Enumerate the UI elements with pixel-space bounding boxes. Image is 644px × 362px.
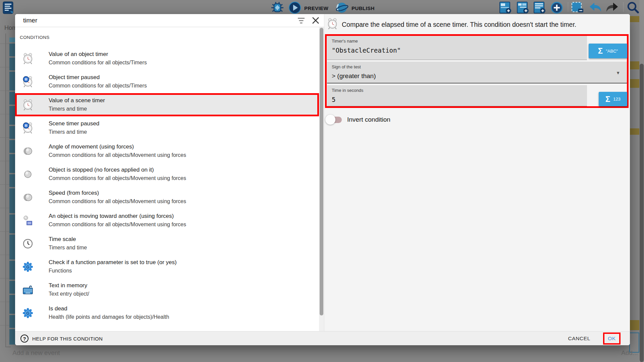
- event-block: [9, 58, 15, 70]
- instruction-editor-dialog: CONDITIONS Value of an object timerCommo…: [15, 14, 630, 345]
- event-tree-line: [5, 34, 6, 347]
- time-seconds-field[interactable]: Time in seconds 5: [327, 85, 587, 106]
- condition-item[interactable]: Angle of movement (using forces)Common c…: [15, 139, 319, 163]
- add-comment-icon[interactable]: [533, 1, 547, 15]
- add-button[interactable]: Add...: [621, 349, 638, 357]
- chevron-down-icon[interactable]: ▼: [616, 70, 620, 75]
- condition-parameters-panel: Compare the elapsed time of a scene time…: [324, 14, 630, 331]
- cancel-button[interactable]: CANCEL: [568, 331, 590, 345]
- add-circle-icon[interactable]: [550, 1, 564, 15]
- redo-icon[interactable]: [604, 2, 619, 15]
- condition-item[interactable]: Time scaleTimers and time: [15, 232, 319, 255]
- condition-item-selected[interactable]: Value of a scene timerTimers and time: [15, 93, 319, 116]
- event-text-block: [630, 128, 639, 135]
- event-block: [9, 215, 15, 233]
- text-entry-icon: [21, 283, 35, 297]
- search-input[interactable]: [23, 16, 285, 25]
- divider: [15, 27, 324, 27]
- add-event-icon[interactable]: [499, 1, 513, 15]
- toolbar-separator: [568, 2, 568, 12]
- event-separator: [0, 325, 9, 325]
- event-separator: [0, 231, 9, 232]
- condition-item[interactable]: Text in memoryText entry object/: [15, 278, 319, 301]
- timer-name-field[interactable]: Timer's name "ObstacleCreation": [327, 36, 587, 60]
- string-expression-button[interactable]: Σ "ABC": [589, 44, 627, 58]
- condition-title: Angle of movement (using forces): [49, 143, 186, 150]
- event-separator: [0, 44, 9, 44]
- undo-icon[interactable]: [588, 2, 603, 15]
- time-seconds-value[interactable]: 5: [332, 96, 335, 103]
- debug-bug-icon[interactable]: [270, 2, 284, 15]
- filter-icon[interactable]: [297, 17, 306, 24]
- conditions-list: Value of an object timerCommon condition…: [15, 47, 319, 324]
- condition-title: Speed (from forces): [49, 189, 186, 196]
- event-block: [9, 38, 15, 42]
- scene-timer-icon: [327, 18, 338, 31]
- event-separator: [0, 67, 9, 67]
- timer-paused-icon: [21, 75, 35, 88]
- event-separator: [0, 137, 9, 138]
- condition-item[interactable]: GIs deadHealth (life points and damages …: [15, 301, 319, 324]
- event-block: [9, 154, 15, 173]
- function-icon: G: [21, 306, 35, 320]
- object-timer-icon: [21, 52, 35, 65]
- close-icon[interactable]: [312, 16, 320, 24]
- condition-subtitle: Common conditions for all objects/Moveme…: [49, 175, 186, 182]
- event-block: [9, 281, 15, 294]
- event-block: [9, 140, 15, 153]
- move-toward-icon: [21, 214, 35, 227]
- preview-play-icon[interactable]: [288, 1, 301, 15]
- condition-subtitle: Common conditions for all objects/Moveme…: [49, 198, 186, 205]
- publish-button[interactable]: PUBLISH: [352, 5, 375, 11]
- invert-condition-toggle[interactable]: [326, 116, 342, 124]
- number-expression-button[interactable]: Σ 123: [599, 92, 627, 106]
- sigma-icon: Σ: [605, 95, 610, 103]
- field-label: Sign of the test: [332, 64, 361, 69]
- event-block: [9, 126, 15, 139]
- sign-of-test-value[interactable]: > (greater than): [332, 72, 376, 80]
- event-block: [9, 72, 15, 90]
- invert-condition-label: Invert condition: [347, 116, 390, 123]
- condition-subtitle: Common conditions for all objects/Timers: [49, 59, 147, 66]
- angle-movement-icon: [21, 144, 35, 158]
- event-block: [9, 235, 15, 259]
- event-block: [9, 106, 15, 125]
- condition-item[interactable]: Scene timer pausedTimers and time: [15, 116, 319, 139]
- condition-item[interactable]: Value of an object timerCommon condition…: [15, 47, 319, 70]
- ok-button[interactable]: OK: [608, 336, 616, 342]
- event-text-block: [630, 16, 639, 22]
- condition-item[interactable]: Speed (from forces)Common conditions for…: [15, 186, 319, 209]
- condition-item[interactable]: GCheck if a function parameter is set to…: [15, 255, 319, 278]
- conditions-section-label: CONDITIONS: [20, 35, 50, 40]
- timer-name-value[interactable]: "ObstacleCreation": [332, 47, 401, 54]
- search-icon[interactable]: [625, 1, 641, 15]
- condition-description: Compare the elapsed time of a scene time…: [342, 21, 576, 28]
- paste-icon[interactable]: [571, 1, 585, 15]
- condition-subtitle: Timers and time: [49, 129, 99, 136]
- condition-title: Time scale: [49, 236, 87, 243]
- event-separator: [0, 302, 9, 302]
- help-button[interactable]: ? HELP FOR THIS CONDITION: [20, 331, 103, 345]
- events-scrollbar-thumb[interactable]: [640, 64, 644, 362]
- event-separator: [0, 161, 9, 161]
- event-block: [9, 44, 15, 56]
- sigma-icon: Σ: [598, 47, 603, 55]
- svg-text:G: G: [26, 264, 29, 269]
- project-manager-icon[interactable]: [3, 1, 13, 15]
- event-block: [9, 92, 15, 105]
- add-subevent-icon[interactable]: [517, 1, 530, 15]
- event-text-block: [630, 61, 639, 69]
- list-scrollbar-thumb[interactable]: [320, 28, 323, 315]
- condition-item[interactable]: Object is stopped (no forces applied on …: [15, 163, 319, 186]
- preview-button[interactable]: PREVIEW: [304, 5, 328, 11]
- condition-item[interactable]: An object is moving toward another (usin…: [15, 209, 319, 232]
- condition-item[interactable]: Object timer pausedCommon conditions for…: [15, 70, 319, 93]
- publish-globe-icon[interactable]: [335, 2, 349, 15]
- num-button-label: 123: [613, 97, 621, 102]
- condition-title: Value of a scene timer: [49, 97, 105, 104]
- event-text-block: [630, 79, 639, 88]
- svg-text:G: G: [26, 311, 29, 315]
- sign-of-test-select[interactable]: Sign of the test > (greater than) ▼: [327, 62, 627, 83]
- add-new-event-button[interactable]: Add a new event: [12, 349, 60, 357]
- condition-title: Value of an object timer: [49, 51, 147, 58]
